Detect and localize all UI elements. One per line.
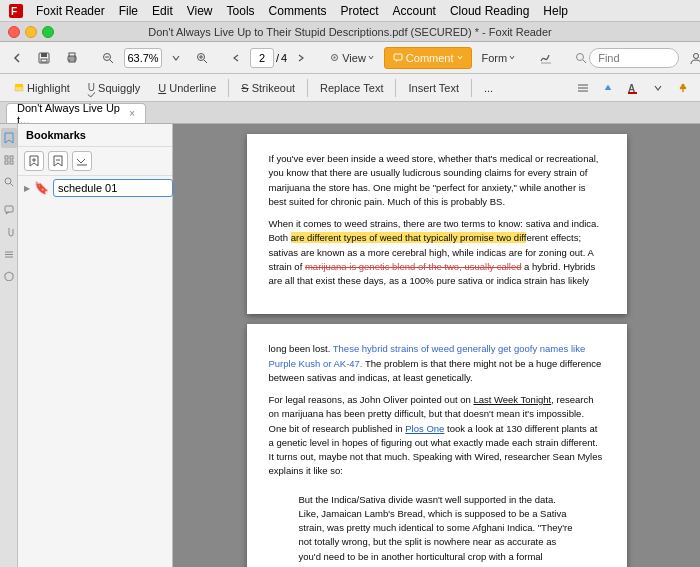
menu-file[interactable]: File <box>113 3 144 19</box>
pdf-blockquote: But the Indica/Sativa divide wasn't well… <box>289 487 585 568</box>
svg-point-34 <box>5 178 11 184</box>
sidebar-toolbar <box>18 147 172 176</box>
menu-tools[interactable]: Tools <box>221 3 261 19</box>
bookmark-name-input[interactable] <box>53 179 173 197</box>
print-button[interactable] <box>60 47 84 69</box>
bookmark-delete-icon[interactable] <box>48 151 68 171</box>
toolbar: / 4 View Comment Form <box>0 42 700 74</box>
window-controls <box>8 26 54 38</box>
pdf-p1-1: If you've ever been inside a weed store,… <box>269 152 605 209</box>
back-button[interactable] <box>6 47 28 69</box>
strikethrough-text-1: marijuana is genetic blend of the two, u… <box>305 261 522 272</box>
zoom-out-button[interactable] <box>96 47 120 69</box>
sidebar-title: Bookmarks <box>26 129 86 141</box>
svg-rect-30 <box>5 156 8 159</box>
svg-line-13 <box>204 60 207 63</box>
text-color-button[interactable]: A <box>622 77 644 99</box>
tab-close-button[interactable]: × <box>129 108 135 119</box>
menu-account[interactable]: Account <box>387 3 442 19</box>
strikeout-tool[interactable]: S Strikeout <box>233 77 303 99</box>
comment-button[interactable]: Comment <box>384 47 472 69</box>
pdf-content-area[interactable]: If you've ever been inside a weed store,… <box>173 124 700 567</box>
panel-search-icon[interactable] <box>1 172 17 192</box>
sort-up-button[interactable] <box>597 77 619 99</box>
replace-text-tool[interactable]: Replace Text <box>312 77 391 99</box>
minimize-button[interactable] <box>25 26 37 38</box>
text-color-dropdown[interactable] <box>647 77 669 99</box>
svg-text:F: F <box>11 6 17 17</box>
zoom-in-button[interactable] <box>190 47 214 69</box>
panel-layers-icon[interactable] <box>1 244 17 264</box>
underline-icon: U <box>158 82 166 94</box>
menu-foxit-reader[interactable]: Foxit Reader <box>30 3 111 19</box>
svg-line-10 <box>110 60 113 63</box>
window-title: Don't Always Live Up to Their Stupid Des… <box>148 26 552 38</box>
panel-comments-icon[interactable] <box>1 200 17 220</box>
svg-point-17 <box>334 57 336 59</box>
pin-button[interactable] <box>672 77 694 99</box>
panel-security-icon[interactable] <box>1 266 17 286</box>
insert-text-tool[interactable]: Insert Text <box>400 77 467 99</box>
menu-comments[interactable]: Comments <box>263 3 333 19</box>
account-button[interactable] <box>683 47 700 69</box>
pdf-p2-1: long been lost. These hybrid strains of … <box>269 342 605 385</box>
prev-page-button[interactable] <box>226 47 246 69</box>
document-tab[interactable]: Don't Always Live Up t... × <box>6 103 146 123</box>
sign-button[interactable] <box>533 47 559 69</box>
svg-rect-36 <box>5 206 13 212</box>
svg-rect-4 <box>41 59 47 62</box>
tool-sep-1 <box>228 79 229 97</box>
svg-rect-32 <box>5 161 8 164</box>
svg-line-21 <box>583 60 586 63</box>
highlight-tool[interactable]: Highlight <box>6 77 78 99</box>
form-button[interactable]: Form <box>476 47 522 69</box>
svg-point-8 <box>74 57 76 59</box>
view-button[interactable]: View <box>323 47 380 69</box>
menu-cloud-reading[interactable]: Cloud Cloud ReadingReading <box>444 3 535 19</box>
list-view-button[interactable] <box>572 77 594 99</box>
underline-tool[interactable]: U Underline <box>150 77 224 99</box>
strikeout-label: Strikeout <box>252 82 295 94</box>
annotation-toolbar: Highlight U Squiggly U Underline S Strik… <box>0 74 700 102</box>
svg-point-22 <box>694 53 699 58</box>
find-icon <box>575 52 587 64</box>
zoom-dropdown-button[interactable] <box>166 47 186 69</box>
squiggly-icon: U <box>88 82 95 93</box>
maximize-button[interactable] <box>42 26 54 38</box>
svg-rect-31 <box>10 156 13 159</box>
menu-help[interactable]: Help <box>537 3 574 19</box>
page-current-input[interactable] <box>250 48 274 68</box>
menu-view[interactable]: View <box>181 3 219 19</box>
app-icon: F <box>8 3 24 19</box>
zoom-input[interactable] <box>124 48 162 68</box>
find-input[interactable] <box>589 48 679 68</box>
close-button[interactable] <box>8 26 20 38</box>
sidebar-header: Bookmarks <box>18 124 172 147</box>
panel-thumbnails-icon[interactable] <box>1 150 17 170</box>
insert-text-label: Insert Text <box>408 82 459 94</box>
strikeout-icon: S <box>241 82 248 94</box>
next-page-button[interactable] <box>291 47 311 69</box>
svg-point-20 <box>577 53 584 60</box>
svg-rect-18 <box>394 54 402 60</box>
menu-edit[interactable]: Edit <box>146 3 179 19</box>
sidebar: Bookmarks ▶ 🔖 <box>18 124 173 567</box>
page-separator: / <box>276 52 279 64</box>
page-nav: / 4 <box>250 48 287 68</box>
svg-rect-3 <box>41 53 47 57</box>
bookmark-add-icon[interactable] <box>24 151 44 171</box>
menu-protect[interactable]: Protect <box>335 3 385 19</box>
highlight-label: Highlight <box>27 82 70 94</box>
panel-attachments-icon[interactable] <box>1 222 17 242</box>
save-button[interactable] <box>32 47 56 69</box>
underline-text-1: Last Week Tonight <box>473 394 551 405</box>
svg-rect-29 <box>628 92 637 94</box>
more-tools-button[interactable]: ... <box>476 77 501 99</box>
pdf-p2-2: For legal reasons, as John Oliver pointe… <box>269 393 605 479</box>
squiggly-tool[interactable]: U Squiggly <box>80 77 148 99</box>
bookmark-file-icon: 🔖 <box>34 181 49 195</box>
panel-bookmarks-icon[interactable] <box>1 128 17 148</box>
bookmark-item: ▶ 🔖 <box>18 176 172 200</box>
svg-rect-33 <box>10 161 13 164</box>
bookmark-collapse-icon[interactable] <box>72 151 92 171</box>
